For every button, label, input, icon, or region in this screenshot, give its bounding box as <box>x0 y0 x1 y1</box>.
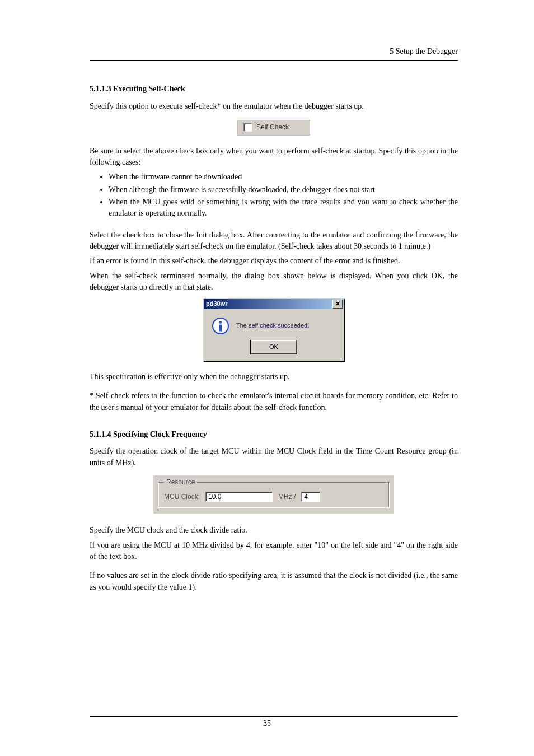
selfcheck-result-dialog: pd30wr ✕ The self check succeeded. OK <box>203 298 344 361</box>
selfcheck-p5: This specification is effective only whe… <box>90 371 458 382</box>
checkbox-icon <box>243 123 252 132</box>
close-button[interactable]: ✕ <box>332 300 343 309</box>
resource-groupbox: Resource MCU Clock: 10.0 MHz / 4 <box>153 475 394 514</box>
mcu-clock-label: MCU Clock: <box>164 492 200 502</box>
clock-p3: If no values are set in the clock divide… <box>90 570 458 593</box>
selfcheck-label: Self Check <box>256 123 289 132</box>
selfcheck-p2: Select the check box to close the Init d… <box>90 230 458 253</box>
selfcheck-checkbox[interactable]: Self Check <box>237 120 310 136</box>
header-rule <box>90 60 458 61</box>
list-item: When although the firmware is successful… <box>109 184 458 195</box>
clock-intro: Specify the operation clock of the targe… <box>90 446 458 469</box>
mhz-divider-label: MHz / <box>278 492 296 502</box>
list-item: When the MCU goes wild or something is w… <box>109 197 458 220</box>
resource-legend: Resource <box>164 478 197 487</box>
selfcheck-footnote: * Self-check refers to the function to c… <box>90 390 458 413</box>
running-head: 5 Setup the Debugger <box>90 46 458 57</box>
selfcheck-note: Be sure to select the above check box on… <box>90 146 458 169</box>
svg-rect-2 <box>219 325 222 332</box>
intro-selfcheck: Specify this option to execute self-chec… <box>90 101 458 112</box>
selfcheck-cases: When the firmware cannot be downloaded W… <box>90 171 458 219</box>
ok-button[interactable]: OK <box>251 340 297 354</box>
list-item: When the firmware cannot be downloaded <box>109 171 458 183</box>
mcu-clock-input[interactable]: 10.0 <box>205 492 273 502</box>
clock-p2: If you are using the MCU at 10 MHz divid… <box>90 540 458 563</box>
section-heading-clock: 5.1.1.4 Specifying Clock Frequency <box>90 429 458 440</box>
clock-p1: Specify the MCU clock and the clock divi… <box>90 525 458 536</box>
dialog-message: The self check succeeded. <box>236 321 309 330</box>
svg-point-1 <box>219 321 222 324</box>
section-heading-selfcheck: 5.1.1.3 Executing Self-Check <box>90 83 458 95</box>
footer-rule <box>90 716 458 717</box>
selfcheck-p4: When the self-check terminated normally,… <box>90 270 458 293</box>
close-icon: ✕ <box>335 300 340 309</box>
selfcheck-p3: If an error is found in this self-check,… <box>90 255 458 267</box>
clock-divide-input[interactable]: 4 <box>301 492 320 502</box>
info-icon <box>212 317 229 335</box>
dialog-title: pd30wr <box>206 300 228 309</box>
page-number: 35 <box>0 718 534 729</box>
